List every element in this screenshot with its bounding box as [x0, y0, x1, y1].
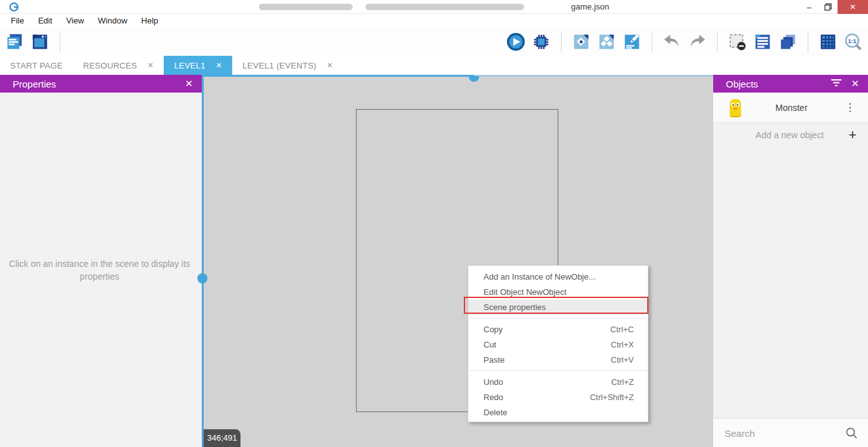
layers-icon [779, 32, 798, 51]
gdevelop-window: game.json – ✕ File Edit View Window Help [0, 0, 868, 447]
menu-item-copy[interactable]: Copy Ctrl+C [468, 321, 648, 337]
debug-button[interactable] [530, 31, 552, 53]
redacted-text-block [365, 4, 524, 10]
menu-item-add-instance[interactable]: Add an Instance of NewObje... [468, 269, 648, 284]
menubar: File Edit View Window Help [0, 14, 868, 28]
objects-panel-title: Objects [726, 79, 831, 89]
menu-item-shortcut: Ctrl+X [611, 340, 634, 349]
close-panel-icon[interactable]: ✕ [851, 78, 859, 89]
tab-label: LEVEL1 (EVENTS) [242, 61, 317, 70]
menu-item-label: Copy [483, 325, 610, 334]
start-page-button[interactable] [29, 31, 51, 53]
edit-scene-properties-button[interactable] [621, 31, 643, 53]
tab-label: RESOURCES [83, 61, 137, 70]
context-menu: Add an Instance of NewObje... Edit Objec… [468, 265, 648, 422]
close-panel-icon[interactable]: ✕ [185, 78, 193, 89]
menu-item-edit-object[interactable]: Edit Object NewObject [468, 284, 648, 299]
objects-panel-header: Objects ✕ [713, 75, 868, 93]
plus-icon[interactable]: + [848, 127, 857, 143]
instances-list-button[interactable] [752, 31, 773, 53]
menu-help[interactable]: Help [135, 14, 166, 28]
start-page-icon [30, 32, 49, 51]
menu-item-redo[interactable]: Redo Ctrl+Shift+Z [468, 389, 648, 405]
mask-icon [728, 32, 747, 51]
menu-item-label: Scene properties [483, 302, 634, 312]
tab-level1-events[interactable]: LEVEL1 (EVENTS) ✕ [232, 56, 343, 75]
add-object-icon [572, 32, 591, 51]
add-object-label[interactable]: Add a new object [713, 130, 848, 140]
menu-item-undo[interactable]: Undo Ctrl+Z [468, 374, 648, 389]
restore-icon [824, 3, 832, 11]
vertical-divider[interactable] [202, 75, 204, 447]
menu-item-shortcut: Ctrl+C [610, 325, 634, 334]
toolbar-left-group [4, 31, 65, 53]
layers-button[interactable] [777, 31, 799, 53]
add-instance-button[interactable] [596, 31, 617, 53]
horizontal-divider[interactable] [474, 75, 713, 77]
menu-item-label: Cut [483, 340, 611, 349]
undo-button[interactable] [661, 31, 683, 53]
toolbar-separator [717, 31, 718, 53]
object-name: Monster [775, 103, 845, 113]
close-window-button[interactable]: ✕ [838, 0, 868, 14]
cursor-coordinates-badge: 346;491 [204, 429, 240, 447]
properties-panel: Properties ✕ Click on an instance in the… [0, 75, 202, 447]
edit-scene-properties-icon [622, 32, 641, 51]
play-icon [506, 32, 526, 52]
menu-item-delete[interactable]: Delete [468, 405, 648, 420]
toggle-mask-button[interactable] [727, 31, 748, 53]
toolbar-separator [561, 31, 562, 53]
zoom-original-button[interactable]: 1:1 [843, 31, 864, 53]
search-input[interactable] [725, 425, 839, 441]
debug-icon [532, 32, 551, 51]
horizontal-divider[interactable] [204, 75, 474, 77]
editor-tabs: START PAGE RESOURCES ✕ LEVEL1 ✕ LEVEL1 (… [0, 56, 868, 75]
filter-icon[interactable] [831, 78, 842, 89]
restore-button[interactable] [819, 0, 838, 14]
menu-item-label: Paste [483, 355, 611, 365]
tab-resources[interactable]: RESOURCES ✕ [73, 56, 164, 75]
properties-empty-message: Click on an instance in the scene to dis… [6, 257, 193, 283]
menu-item-label: Edit Object NewObject [483, 287, 634, 297]
search-icon[interactable] [845, 427, 858, 442]
add-object-button[interactable] [570, 31, 592, 53]
menu-item-paste[interactable]: Paste Ctrl+V [468, 352, 648, 367]
svg-text:1:1: 1:1 [848, 38, 856, 44]
menu-file[interactable]: File [4, 14, 31, 28]
play-button[interactable] [505, 31, 527, 53]
project-manager-icon [5, 32, 24, 51]
project-manager-button[interactable] [4, 31, 25, 53]
menu-item-shortcut: Ctrl+V [611, 355, 634, 365]
close-tab-icon[interactable]: ✕ [327, 61, 333, 70]
properties-panel-title: Properties [13, 79, 185, 89]
menu-item-scene-properties[interactable]: Scene properties [468, 299, 648, 314]
tab-start-page[interactable]: START PAGE [0, 56, 73, 75]
tab-label: START PAGE [10, 61, 63, 70]
menu-item-label: Redo [483, 392, 590, 402]
redo-button[interactable] [687, 31, 708, 53]
menu-item-label: Delete [483, 408, 634, 417]
menu-window[interactable]: Window [91, 14, 134, 28]
redo-icon [688, 32, 707, 51]
menu-edit[interactable]: Edit [31, 14, 59, 28]
menu-separator [469, 318, 647, 318]
tab-label: LEVEL1 [174, 61, 206, 70]
vertical-divider-handle[interactable] [197, 273, 207, 283]
redacted-text-block [259, 4, 353, 10]
toggle-grid-button[interactable] [817, 31, 839, 53]
grid-icon [819, 32, 838, 51]
titlebar: game.json – ✕ [0, 0, 868, 14]
menu-separator [469, 370, 647, 371]
kebab-menu-icon[interactable]: ⋮ [845, 103, 855, 112]
toolbar-right-group: 1:1 [505, 31, 864, 53]
objects-panel: Objects ✕ Monster ⋮ Add a new object + [713, 75, 868, 447]
menu-view[interactable]: View [59, 14, 91, 28]
minimize-button[interactable]: – [799, 0, 819, 14]
tab-level1[interactable]: LEVEL1 ✕ [164, 56, 232, 75]
object-row-monster[interactable]: Monster ⋮ [713, 93, 868, 123]
menu-item-cut[interactable]: Cut Ctrl+X [468, 337, 648, 352]
menu-item-shortcut: Ctrl+Shift+Z [590, 392, 634, 402]
undo-icon [662, 32, 681, 51]
close-tab-icon[interactable]: ✕ [147, 61, 154, 70]
close-tab-icon[interactable]: ✕ [216, 61, 222, 70]
